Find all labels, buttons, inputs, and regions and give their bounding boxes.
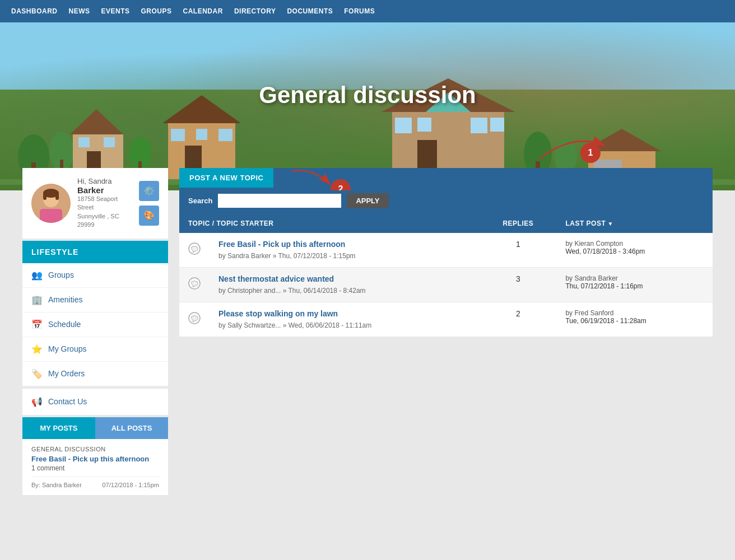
nav-groups[interactable]: GROUPS xyxy=(141,7,172,15)
apply-button[interactable]: APPLY xyxy=(347,193,388,208)
topic-chat-icon xyxy=(179,302,210,337)
schedule-icon: 📅 xyxy=(31,319,43,330)
hero-title: General discussion xyxy=(259,82,476,109)
last-post-date: Thu, 07/12/2018 - 1:16pm xyxy=(565,282,643,290)
svg-rect-12 xyxy=(171,129,185,141)
post-date: 07/12/2018 - 1:15pm xyxy=(102,482,159,488)
topic-info: Free Basil - Pick up this afternoon by S… xyxy=(210,233,480,268)
col-replies: REPLIES xyxy=(480,214,556,233)
last-post-date: Tue, 06/19/2018 - 11:28am xyxy=(565,317,646,325)
topic-info: Please stop walking on my lawn by Sally … xyxy=(210,302,480,337)
user-address: 18758 Seaport Street Sunnyville , SC 299… xyxy=(77,195,134,230)
nav-directory[interactable]: DIRECTORY xyxy=(234,7,276,15)
star-icon: ⭐ xyxy=(31,344,43,354)
last-post-date: Wed, 07/18/2018 - 3:46pm xyxy=(565,248,645,255)
user-action-icons: ⚙️ 🎨 xyxy=(139,181,159,226)
svg-rect-7 xyxy=(78,137,90,147)
last-post-author: by Kieran Compton xyxy=(565,240,623,248)
topics-table: TOPIC / TOPIC STARTER REPLIES LAST POST … xyxy=(179,214,713,337)
menu-schedule[interactable]: 📅 Schedule xyxy=(22,312,168,337)
svg-rect-22 xyxy=(417,118,431,132)
contact-us-link[interactable]: 📢 Contact Us xyxy=(22,389,168,415)
table-row: Nest thermostat advice wanted by Christo… xyxy=(179,268,713,302)
topic-title[interactable]: Please stop walking on my lawn xyxy=(218,309,471,318)
posts-category: GENERAL DISCUSSION xyxy=(31,446,159,452)
nav-forums[interactable]: FORUMS xyxy=(344,7,375,15)
svg-marker-10 xyxy=(162,95,241,123)
svg-rect-36 xyxy=(40,209,62,223)
topic-replies: 1 xyxy=(480,233,556,268)
nav-events[interactable]: EVENTS xyxy=(101,7,130,15)
forum-header: POST A NEW TOPIC xyxy=(179,168,713,188)
search-input[interactable] xyxy=(218,194,341,208)
all-posts-tab[interactable]: ALL POSTS xyxy=(95,417,168,439)
top-nav: DASHBOARD NEWS EVENTS GROUPS CALENDAR DI… xyxy=(0,0,735,22)
svg-rect-23 xyxy=(471,118,487,133)
topic-last-post: by Kieran Compton Wed, 07/18/2018 - 3:46… xyxy=(556,233,713,268)
contact-section: 📢 Contact Us xyxy=(22,389,168,415)
table-row: Free Basil - Pick up this afternoon by S… xyxy=(179,233,713,268)
svg-rect-21 xyxy=(395,118,412,133)
lifestyle-header: LIFESTYLE xyxy=(22,241,168,263)
topic-replies: 3 xyxy=(480,268,556,302)
menu-amenities[interactable]: 🏢 Amenities xyxy=(22,288,168,312)
nav-documents[interactable]: DOCUMENTS xyxy=(287,7,333,15)
badge-1: 1 xyxy=(580,143,601,163)
groups-icon: 👥 xyxy=(31,270,43,281)
menu-my-orders[interactable]: 🏷️ My Orders xyxy=(22,362,168,386)
search-bar: Search APPLY xyxy=(179,188,713,214)
topic-starter: by Christopher and... » Thu, 06/14/2018 … xyxy=(218,287,366,295)
posts-section: MY POSTS ALL POSTS GENERAL DISCUSSION Fr… xyxy=(22,417,168,495)
topic-info: Nest thermostat advice wanted by Christo… xyxy=(210,268,480,302)
settings-icon[interactable]: ⚙️ xyxy=(139,181,159,201)
amenities-icon: 🏢 xyxy=(31,295,43,305)
search-label: Search xyxy=(188,197,212,205)
topic-replies: 2 xyxy=(480,302,556,337)
megaphone-icon: 📢 xyxy=(31,396,43,407)
lifestyle-menu: LIFESTYLE 👥 Groups 🏢 Amenities 📅 Schedul… xyxy=(22,241,168,386)
nav-news[interactable]: NEWS xyxy=(69,7,90,15)
main-panel: POST A NEW TOPIC Search APPLY TOPIC / TO… xyxy=(179,168,713,495)
svg-rect-24 xyxy=(490,118,504,132)
user-name: Barker xyxy=(77,185,134,195)
svg-rect-40 xyxy=(55,193,59,200)
col-last-post[interactable]: LAST POST xyxy=(556,214,713,233)
svg-rect-14 xyxy=(196,129,207,140)
svg-rect-39 xyxy=(43,193,46,200)
last-post-author: by Fred Sanford xyxy=(565,309,613,317)
nav-calendar[interactable]: CALENDAR xyxy=(183,7,223,15)
svg-rect-13 xyxy=(218,129,232,141)
menu-groups[interactable]: 👥 Groups xyxy=(22,263,168,288)
last-post-author: by Sandra Barker xyxy=(565,274,617,282)
topic-last-post: by Sandra Barker Thu, 07/12/2018 - 1:16p… xyxy=(556,268,713,302)
table-row: Please stop walking on my lawn by Sally … xyxy=(179,302,713,337)
topic-chat-icon xyxy=(179,233,210,268)
topic-starter: by Sally Schwartze... » Wed, 06/06/2018 … xyxy=(218,321,371,329)
posts-meta: By: Sandra Barker 07/12/2018 - 1:15pm xyxy=(31,477,159,488)
palette-icon[interactable]: 🎨 xyxy=(139,206,159,226)
sidebar: Hi, Sandra Barker 18758 Seaport Street S… xyxy=(22,168,168,495)
user-greeting: Hi, Sandra xyxy=(77,177,134,185)
topic-title[interactable]: Nest thermostat advice wanted xyxy=(218,274,471,283)
post-author: By: Sandra Barker xyxy=(31,482,82,488)
col-topic: TOPIC / TOPIC STARTER xyxy=(179,214,480,233)
nav-dashboard[interactable]: DASHBOARD xyxy=(11,7,58,15)
topic-title[interactable]: Free Basil - Pick up this afternoon xyxy=(218,240,471,249)
topic-last-post: by Fred Sanford Tue, 06/19/2018 - 11:28a… xyxy=(556,302,713,337)
avatar xyxy=(31,184,71,223)
posts-content: GENERAL DISCUSSION Free Basil - Pick up … xyxy=(22,439,168,495)
user-info: Hi, Sandra Barker 18758 Seaport Street S… xyxy=(77,177,134,230)
main-content: Hi, Sandra Barker 18758 Seaport Street S… xyxy=(0,157,735,506)
svg-rect-8 xyxy=(104,137,115,147)
post-new-topic-button[interactable]: POST A NEW TOPIC xyxy=(179,168,273,188)
topic-starter: by Sandra Barker » Thu, 07/12/2018 - 1:1… xyxy=(218,252,356,260)
tag-icon: 🏷️ xyxy=(31,368,43,379)
topic-chat-icon xyxy=(179,268,210,302)
posts-tabs: MY POSTS ALL POSTS xyxy=(22,417,168,439)
user-card: Hi, Sandra Barker 18758 Seaport Street S… xyxy=(22,168,168,239)
my-posts-tab[interactable]: MY POSTS xyxy=(22,417,95,439)
posts-comment-count: 1 comment xyxy=(31,464,159,472)
svg-marker-5 xyxy=(70,109,123,134)
posts-post-link[interactable]: Free Basil - Pick up this afternoon xyxy=(31,455,159,463)
menu-my-groups[interactable]: ⭐ My Groups xyxy=(22,337,168,362)
